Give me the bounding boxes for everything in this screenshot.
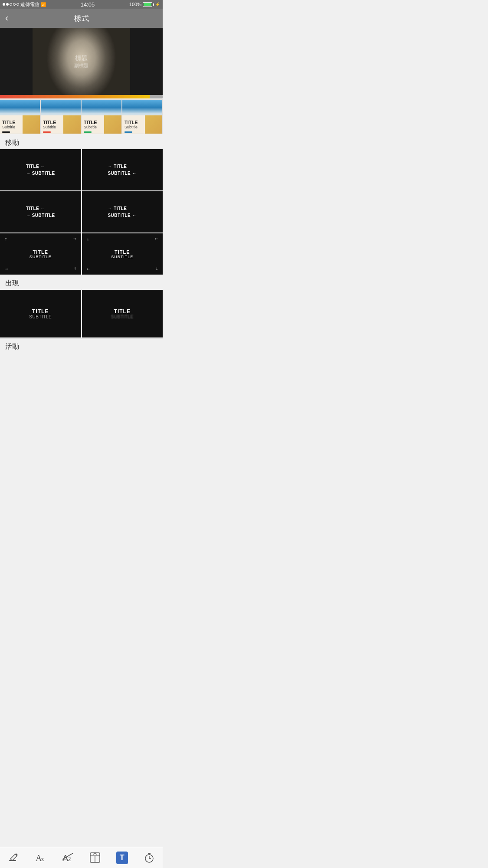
motion-line2-2: SUBTITLE ← (108, 170, 137, 177)
motion-arrows-1: TITLE ← → SUBTITLE (26, 163, 55, 177)
theme-gold-1 (23, 115, 40, 134)
appear-item-1[interactable]: TITLE SUBTITLE (0, 290, 81, 337)
theme-gold-3 (104, 115, 121, 134)
themes-row: TITLE Subtitle TITLE Subtitle TITLE Subt… (0, 98, 163, 135)
dot-5 (16, 3, 19, 6)
theme-item-3[interactable]: TITLE Subtitle (81, 99, 122, 134)
progress-fill (0, 95, 150, 98)
corner-tr-2: ↙ (154, 236, 160, 242)
corner-br-1: ↙ (72, 266, 78, 272)
motion-item-1[interactable]: TITLE ← → SUBTITLE (0, 149, 81, 190)
section-move-label: 移動 (0, 135, 163, 149)
preview-overlay-subtitle: 副標題 (74, 62, 88, 69)
motion-line1-4: → TITLE (108, 205, 127, 212)
appear-item-2[interactable]: TITLE SUBTITLE (82, 290, 163, 337)
motion-line1-2: → TITLE (108, 163, 127, 170)
preview-overlay: 標題 副標題 (74, 54, 88, 69)
theme-indicator-3 (84, 131, 92, 133)
theme-gold-4 (145, 115, 162, 134)
wifi-icon: 📶 (41, 2, 46, 7)
motion-arrows-4: → TITLE SUBTITLE ← (108, 205, 137, 219)
theme-indicator-2 (43, 131, 51, 133)
carrier-label: 遠傳電信 (20, 1, 39, 8)
corner-bl-1: ↙ (3, 266, 9, 272)
dot-1 (3, 3, 5, 6)
appear-subtitle-2: SUBTITLE (111, 314, 134, 319)
corner-br-2: ↗ (154, 266, 160, 272)
battery-bar (143, 2, 152, 7)
time-display: 14:05 (81, 1, 95, 8)
battery-tip (153, 3, 154, 6)
appear-subtitle-1: SUBTITLE (29, 314, 52, 319)
signal-dots (3, 3, 19, 6)
motion-line2-4: SUBTITLE ← (108, 212, 137, 219)
battery-fill (144, 3, 151, 6)
motion-item-3[interactable]: TITLE ← → SUBTITLE (0, 191, 81, 233)
dot-2 (6, 3, 9, 6)
progress-thumb (150, 95, 163, 98)
section-animate-label: 活動 (0, 338, 163, 353)
appear-title-2: TITLE (114, 308, 131, 314)
main-content: 標題 副標題 TITLE Subtitle TITLE Subtitle (0, 28, 163, 379)
preview-overlay-title: 標題 (74, 54, 88, 62)
motion-line1-3: TITLE ← (26, 205, 45, 212)
dot-4 (13, 3, 16, 6)
motion-line1-1: TITLE ← (26, 163, 45, 170)
motion-line2-3: → SUBTITLE (26, 212, 55, 219)
corner-tl-2: ↙ (85, 236, 91, 242)
appear-grid: TITLE SUBTITLE TITLE SUBTITLE (0, 290, 163, 338)
section-appear-label: 出現 (0, 275, 163, 290)
progress-bar[interactable] (0, 95, 163, 98)
corner-tl-1: ↗ (3, 236, 9, 242)
theme-indicator-1 (2, 131, 10, 133)
expand-item-1[interactable]: ↗ ↗ ↙ ↙ TITLE SUBTITLE (0, 233, 81, 275)
motion-arrows-2: → TITLE SUBTITLE ← (108, 163, 137, 177)
theme-gold-2 (63, 115, 81, 134)
status-bar: 遠傳電信 📶 14:05 100% ⚡ (0, 0, 163, 9)
preview-image: 標題 副標題 (33, 28, 130, 95)
appear-title-1: TITLE (32, 308, 49, 314)
motion-line2-1: → SUBTITLE (26, 170, 55, 177)
theme-item-1[interactable]: TITLE Subtitle (0, 99, 40, 134)
theme-item-2[interactable]: TITLE Subtitle (40, 99, 81, 134)
nav-bar: ‹ 樣式 (0, 9, 163, 28)
corner-tr-1: ↗ (72, 236, 78, 242)
expand-item-2[interactable]: ↙ ↙ ↗ ↗ TITLE SUBTITLE (82, 233, 163, 275)
preview-area: 標題 副標題 (0, 28, 163, 95)
motion-grid: TITLE ← → SUBTITLE → TITLE SUBTITLE ← TI… (0, 149, 163, 275)
charging-icon: ⚡ (155, 2, 160, 7)
status-left: 遠傳電信 📶 (3, 1, 46, 8)
motion-item-2[interactable]: → TITLE SUBTITLE ← (82, 149, 163, 190)
battery-indicator (143, 2, 154, 7)
corner-arrows-2: ↙ ↙ ↗ ↗ (82, 233, 163, 275)
motion-arrows-3: TITLE ← → SUBTITLE (26, 205, 55, 219)
nav-title: 樣式 (74, 13, 89, 23)
corner-bl-2: ↗ (85, 266, 91, 272)
corner-arrows-1: ↗ ↗ ↙ ↙ (0, 233, 81, 275)
theme-indicator-4 (124, 131, 132, 133)
back-button[interactable]: ‹ (5, 13, 8, 23)
status-right: 100% ⚡ (129, 2, 160, 7)
theme-item-4[interactable]: TITLE Subtitle (122, 99, 163, 134)
battery-percent: 100% (129, 2, 141, 7)
motion-item-4[interactable]: → TITLE SUBTITLE ← (82, 191, 163, 233)
dot-3 (10, 3, 12, 6)
